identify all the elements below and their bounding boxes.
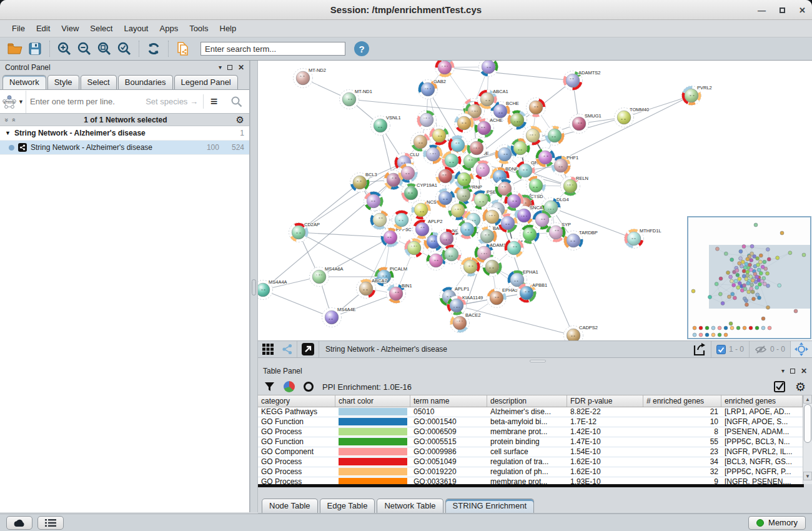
network-node-MS4A4A[interactable]: MS4A4A bbox=[258, 279, 287, 300]
column-header-FDR-p-value[interactable]: FDR p-value bbox=[567, 395, 643, 407]
pan-tool-button[interactable] bbox=[791, 341, 812, 357]
network-node-RELN[interactable]: RELN bbox=[561, 176, 589, 196]
expand-all-icon[interactable]: » bbox=[9, 117, 17, 121]
task-history-button[interactable] bbox=[37, 516, 64, 530]
network-node-EPHA5[interactable]: EPHA5 bbox=[487, 287, 518, 308]
splitter-grip[interactable] bbox=[252, 279, 256, 295]
share-network-button[interactable] bbox=[278, 341, 297, 357]
table-row[interactable]: GO FunctionGO:0005515protein binding1.47… bbox=[258, 437, 812, 447]
menu-item-edit[interactable]: Edit bbox=[31, 21, 56, 36]
network-node-APBB1[interactable]: APBB1 bbox=[517, 282, 548, 303]
network-node[interactable] bbox=[417, 111, 437, 130]
table-row[interactable]: GO ComponentGO:0009986cell surface1.54E-… bbox=[258, 447, 812, 457]
minimize-button[interactable]: — bbox=[758, 6, 766, 15]
network-node-TOMM40[interactable]: TOMM40 bbox=[615, 107, 650, 127]
network-node-MT-ND1[interactable]: MT-ND1 bbox=[340, 89, 372, 109]
network-node-BCL3[interactable]: BCL3 bbox=[350, 172, 377, 192]
refresh-button[interactable] bbox=[144, 39, 164, 58]
network-node[interactable] bbox=[364, 192, 384, 211]
network-row[interactable]: String Network - Alzheimer's disease 100… bbox=[0, 141, 249, 155]
table-row[interactable]: KEGG Pathways05010Alzheimer's dise...8.8… bbox=[258, 407, 812, 417]
ring-chart-icon[interactable] bbox=[304, 382, 314, 392]
table-settings-gear-icon[interactable]: ⚙ bbox=[795, 380, 806, 394]
network-node[interactable] bbox=[508, 111, 527, 130]
tab-string-enrichment[interactable]: STRING Enrichment bbox=[445, 499, 534, 513]
menu-item-apps[interactable]: Apps bbox=[154, 21, 184, 36]
network-node[interactable] bbox=[505, 192, 524, 211]
detach-view-button[interactable] bbox=[297, 341, 319, 357]
network-node[interactable] bbox=[545, 126, 565, 146]
network-node[interactable] bbox=[483, 257, 502, 277]
panel-splitter[interactable] bbox=[250, 61, 258, 512]
selected-checkbox-icon[interactable] bbox=[716, 345, 726, 354]
column-header-enriched-genes[interactable]: enriched genes bbox=[721, 395, 803, 407]
tab-network[interactable]: Network bbox=[2, 75, 46, 89]
tab-select[interactable]: Select bbox=[81, 75, 117, 89]
menu-item-tools[interactable]: Tools bbox=[184, 21, 214, 36]
network-options-gear-icon[interactable]: ⚙ bbox=[236, 114, 244, 126]
network-node[interactable] bbox=[436, 167, 455, 186]
network-node[interactable] bbox=[435, 61, 455, 77]
network-node[interactable] bbox=[399, 164, 418, 183]
menu-item-select[interactable]: Select bbox=[84, 21, 118, 36]
menu-item-help[interactable]: Help bbox=[214, 21, 242, 36]
network-node[interactable] bbox=[479, 61, 498, 77]
tree-collapse-caret[interactable]: ▼ bbox=[5, 130, 11, 136]
menu-item-layout[interactable]: Layout bbox=[118, 21, 154, 36]
network-node-TARDBP[interactable]: TARDBP bbox=[564, 230, 598, 251]
network-node-CD2AP[interactable]: CD2AP bbox=[289, 222, 320, 242]
pie-chart-icon[interactable] bbox=[284, 381, 295, 392]
network-node-CADPS2[interactable]: CADPS2 bbox=[564, 325, 598, 340]
panel-dock-icon[interactable] bbox=[227, 65, 232, 70]
network-canvas[interactable]: MT-ND2MT-ND1VSNL1GAB2IRS1ADAMTS2PVRL2TOM… bbox=[258, 61, 812, 340]
network-node[interactable] bbox=[536, 148, 555, 167]
string-search-button[interactable] bbox=[224, 96, 249, 108]
table-horizontal-scrollbar[interactable] bbox=[258, 484, 804, 487]
network-node[interactable] bbox=[473, 161, 493, 180]
network-node-BIN1[interactable]: BIN1 bbox=[387, 283, 412, 304]
maximize-button[interactable] bbox=[780, 6, 785, 15]
tab-node-table[interactable]: Node Table bbox=[262, 499, 318, 513]
memory-button[interactable]: Memory bbox=[748, 516, 806, 530]
network-node-VSNL1[interactable]: VSNL1 bbox=[371, 115, 401, 136]
table-panel-close-icon[interactable]: ✕ bbox=[801, 367, 807, 375]
network-node-MT-ND2[interactable]: MT-ND2 bbox=[294, 67, 326, 88]
zoom-fit-button[interactable] bbox=[94, 39, 114, 58]
table-vertical-scrollbar[interactable]: ▲ ▼ bbox=[803, 395, 812, 484]
table-row[interactable]: GO FunctionGO:0001540beta-amyloid bi...1… bbox=[258, 417, 812, 427]
network-node-SMUG1[interactable]: SMUG1 bbox=[570, 113, 602, 134]
tab-edge-table[interactable]: Edge Table bbox=[320, 499, 375, 513]
help-button[interactable]: ? bbox=[354, 41, 369, 56]
network-node[interactable] bbox=[523, 126, 543, 146]
tab-style[interactable]: Style bbox=[47, 75, 79, 89]
network-node[interactable] bbox=[461, 257, 480, 277]
horizontal-splitter[interactable] bbox=[258, 358, 812, 364]
network-node[interactable] bbox=[505, 239, 524, 258]
network-node-ABCA7[interactable]: ABCA7 bbox=[357, 278, 387, 299]
column-header--enriched-genes[interactable]: # enriched genes bbox=[643, 395, 721, 407]
network-node-GAB2[interactable]: GAB2 bbox=[418, 79, 447, 99]
set-species-hint[interactable]: Set species → bbox=[146, 97, 203, 106]
close-button[interactable]: ✕ bbox=[799, 6, 806, 15]
menu-item-file[interactable]: File bbox=[6, 21, 31, 36]
hidden-eye-icon[interactable] bbox=[755, 345, 767, 354]
table-panel-float-icon[interactable]: ▾ bbox=[781, 367, 785, 374]
panel-close-icon[interactable]: ✕ bbox=[238, 63, 244, 72]
panel-float-icon[interactable]: ▾ bbox=[219, 64, 222, 71]
zoom-out-button[interactable] bbox=[74, 39, 94, 58]
network-node[interactable] bbox=[455, 170, 474, 189]
cloud-tasks-button[interactable] bbox=[6, 516, 32, 530]
zoom-selected-button[interactable] bbox=[114, 39, 134, 58]
network-node[interactable] bbox=[483, 207, 502, 227]
export-network-button[interactable] bbox=[688, 341, 711, 357]
network-node-ACHE[interactable]: ACHE bbox=[475, 117, 503, 138]
table-panel-dock-icon[interactable] bbox=[790, 369, 795, 374]
network-node[interactable] bbox=[533, 211, 552, 230]
table-row[interactable]: GO ProcessGO:0033619membrane prot...1.93… bbox=[258, 477, 812, 484]
horizontal-splitter-grip[interactable] bbox=[530, 360, 546, 362]
string-logo-dropdown[interactable]: STRING ▼ bbox=[0, 91, 26, 113]
column-header-term-name[interactable]: term name bbox=[410, 395, 487, 407]
table-row[interactable]: GO ProcessGO:0019220regulation of ph...1… bbox=[258, 467, 812, 477]
scroll-down-arrow[interactable]: ▼ bbox=[803, 472, 812, 480]
tab-boundaries[interactable]: Boundaries bbox=[118, 75, 173, 89]
